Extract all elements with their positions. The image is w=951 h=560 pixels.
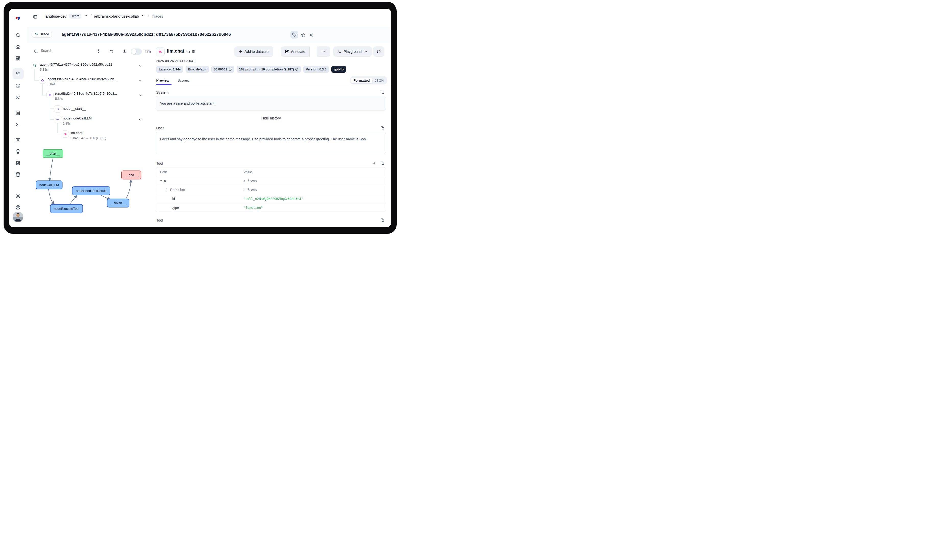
chevron-down-icon[interactable] <box>142 14 145 18</box>
col-value: Value <box>243 170 252 174</box>
chevron-down-icon[interactable] <box>138 118 142 123</box>
tree-connector <box>42 84 43 95</box>
breadcrumb-section[interactable]: Traces <box>152 14 163 18</box>
pen-square-icon <box>285 49 289 54</box>
table-row[interactable]: type "function" <box>156 203 386 212</box>
tree-item-label[interactable]: node.nodeCallLLM <box>63 116 92 120</box>
chevron-down-icon[interactable] <box>138 93 142 98</box>
tree-item-label[interactable]: agent.f9f77d1a-437f-4ba6-890e-b592a50cb.… <box>48 77 117 81</box>
settings-icon[interactable] <box>15 193 21 199</box>
panel-left-toggle-icon[interactable] <box>32 14 38 20</box>
scores-icon[interactable] <box>15 137 21 143</box>
timeline-toggle[interactable] <box>131 49 142 55</box>
col-path: Path <box>160 170 167 174</box>
collapse-all-icon[interactable] <box>96 49 100 54</box>
annotation-icon[interactable] <box>15 160 21 166</box>
format-json-option[interactable]: JSON <box>372 78 386 83</box>
tab-preview[interactable]: Preview <box>156 78 169 82</box>
insights-icon[interactable] <box>15 148 21 154</box>
add-to-datasets-button[interactable]: Add to datasets <box>234 46 273 57</box>
graph-node-finish-label: __finish__ <box>110 201 126 205</box>
copy-user-icon[interactable] <box>380 126 385 131</box>
tree-item-duration: 5.84s <box>48 82 55 86</box>
tree-item-label[interactable]: run.6f8d2449-33ed-4c7c-82e7-5410e3... <box>55 92 117 95</box>
table-row[interactable]: 0 3 items <box>156 176 386 185</box>
breadcrumb-separator: / <box>90 14 92 18</box>
graph-node-end-label: __end__ <box>125 173 138 177</box>
breadcrumb-project[interactable]: jetbrains-x-langfuse-collab <box>94 14 139 18</box>
annotate-button[interactable]: Annotate <box>281 46 309 57</box>
tree-connector <box>57 123 58 133</box>
search-icon[interactable] <box>15 32 21 38</box>
list-tree-icon <box>35 32 38 36</box>
chevron-down-icon[interactable] <box>138 64 142 69</box>
edge-sendtoolresult-finish <box>101 195 110 199</box>
chevron-right-icon[interactable] <box>165 188 168 192</box>
table-header-row: Path Value <box>156 168 386 176</box>
tree-connector <box>42 95 46 95</box>
tree-item-label[interactable]: llm.chat <box>71 131 82 135</box>
copy-tool-icon[interactable] <box>380 161 385 166</box>
observation-detail-panel: llm.chat ID Add to datasets Annotate Pla… <box>151 43 391 227</box>
tree-item-tokens: 47 → 106 (Σ 153) <box>81 136 106 140</box>
format-formatted-option[interactable]: Formatted <box>351 78 372 83</box>
expand-rows-icon[interactable] <box>372 161 376 166</box>
sidebar-item-traces-active[interactable] <box>12 68 24 79</box>
avatar[interactable] <box>13 212 23 222</box>
tree-item-duration: 5.84s <box>55 97 63 100</box>
copy-system-icon[interactable] <box>380 90 385 95</box>
json-key: id <box>171 197 175 201</box>
agent-graph: __start__ nodeCallLLM nodeSendToolResult… <box>27 143 151 227</box>
user-message-text: Greet and say goodbye to the user in the… <box>156 132 386 146</box>
favorite-star-icon[interactable] <box>300 32 306 38</box>
copy-id-icon[interactable] <box>186 49 190 54</box>
breadcrumb-workspace[interactable]: langfuse-dev <box>45 14 67 18</box>
table-row[interactable]: id "call_n2HaWg9KFP0BZDqXv6G4b3nJ" <box>156 194 386 203</box>
sessions-icon[interactable] <box>15 83 21 89</box>
agent-node-icon <box>39 77 46 84</box>
trace-tree-panel: Timeline agent.f9f77d1a-437f-4ba6-890e-b… <box>27 43 151 227</box>
annotate-dropdown-button[interactable] <box>317 46 330 57</box>
model-badge[interactable]: gpt-4o <box>331 66 346 73</box>
edge-executetool-sendtoolresult <box>70 195 77 204</box>
json-key: type <box>171 206 179 209</box>
message-circle-icon <box>377 49 381 54</box>
plus-icon <box>239 49 243 54</box>
terminal-icon <box>337 49 342 54</box>
tree-search-input[interactable] <box>40 48 74 53</box>
json-key: 0 <box>164 179 166 183</box>
trace-type-label: Trace <box>40 32 49 36</box>
span-node-icon <box>54 116 61 123</box>
trace-title: agent.f9f77d1a-437f-4ba6-890e-b592a50cbd… <box>62 32 231 37</box>
tree-search-icon <box>34 49 38 54</box>
copy-tool2-icon[interactable] <box>380 218 385 223</box>
playground-icon[interactable] <box>15 121 21 128</box>
dashboard-icon[interactable] <box>15 55 21 61</box>
add-to-datasets-label: Add to datasets <box>245 49 269 54</box>
home-icon[interactable] <box>15 44 21 50</box>
tree-item-label[interactable]: agent.f9f77d1a-437f-4ba6-890e-b592a50cbd… <box>40 63 112 66</box>
support-icon[interactable] <box>15 204 21 210</box>
share-icon[interactable] <box>308 32 314 38</box>
app-logo <box>15 15 21 21</box>
latency-badge: Latency: 1.94s <box>156 66 183 73</box>
chevron-down-icon[interactable] <box>84 14 88 18</box>
playground-button[interactable]: Playground <box>333 46 372 57</box>
prompts-icon[interactable] <box>15 109 21 115</box>
tree-item-duration: 2.84s <box>71 136 78 140</box>
edge-start-callllm <box>49 157 53 180</box>
chevron-down-icon[interactable] <box>138 78 142 83</box>
tag-icon[interactable] <box>291 31 298 38</box>
datasets-icon[interactable] <box>15 171 21 177</box>
tokens-badge: 168 prompt → 19 completion (Σ 187) <box>237 66 301 73</box>
tab-scores[interactable]: Scores <box>177 78 189 82</box>
download-icon[interactable] <box>122 49 126 54</box>
users-icon[interactable] <box>15 94 21 100</box>
breadcrumb-separator: / <box>148 14 149 18</box>
hide-history-link[interactable]: Hide history <box>151 116 391 120</box>
comments-button[interactable] <box>373 46 385 57</box>
table-row[interactable]: function 2 items <box>156 185 386 194</box>
tree-item-label[interactable]: node.__start__ <box>63 107 86 111</box>
filter-settings-icon[interactable] <box>109 49 114 54</box>
chevron-down-icon[interactable] <box>160 179 163 183</box>
